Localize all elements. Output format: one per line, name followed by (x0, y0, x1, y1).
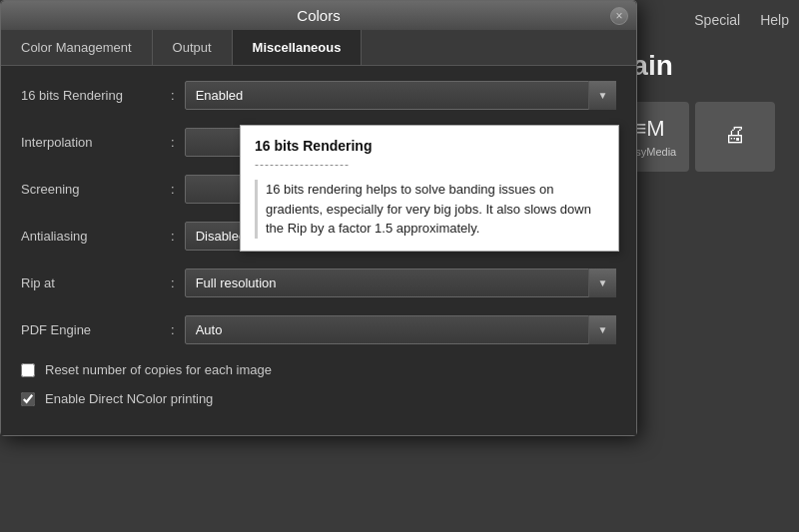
menu-special[interactable]: Special (694, 12, 740, 28)
checkbox-ncolor[interactable] (21, 392, 35, 406)
field-row-ripat: Rip at : Full resolution ▼ (21, 268, 616, 297)
label-16bits: 16 bits Rendering (21, 88, 171, 103)
colon-16bits: : (171, 88, 175, 103)
colon-interpolation: : (171, 135, 175, 150)
colon-antialiasing: : (171, 229, 175, 244)
select-ripat[interactable]: Full resolution (185, 268, 616, 297)
dialog-titlebar: Colors × (1, 1, 636, 30)
select-pdfengine[interactable]: Auto (185, 315, 616, 344)
menu-help[interactable]: Help (760, 12, 789, 28)
checkbox-ncolor-label: Enable Direct NColor printing (45, 391, 213, 406)
colon-screening: : (171, 182, 175, 197)
tab-color-management[interactable]: Color Management (1, 30, 153, 65)
print-icon: 🖨 (724, 122, 746, 148)
label-screening: Screening (21, 182, 171, 197)
tooltip-divider: ------------------- (255, 158, 604, 172)
select-wrapper-ripat: Full resolution ▼ (185, 268, 616, 297)
tooltip: 16 bits Rendering ------------------- 16… (240, 125, 619, 252)
label-interpolation: Interpolation (21, 135, 171, 150)
select-wrapper-16bits: Enabled Disabled ▼ (185, 81, 616, 110)
colon-ripat: : (171, 275, 175, 290)
label-pdfengine: PDF Engine (21, 322, 171, 337)
tooltip-body: 16 bits rendering helps to solve banding… (255, 180, 604, 239)
dialog-title: Colors (297, 7, 340, 24)
checkbox-row-reset: Reset number of copies for each image (21, 362, 616, 377)
field-row-16bits: 16 bits Rendering : Enabled Disabled ▼ (21, 81, 616, 110)
easymedia-icon: ≡M (633, 116, 664, 142)
tile-print[interactable]: 🖨 (695, 102, 775, 172)
label-ripat: Rip at (21, 275, 171, 290)
label-antialiasing: Antialiasing (21, 229, 171, 244)
colon-pdfengine: : (171, 322, 175, 337)
checkbox-reset-label: Reset number of copies for each image (45, 362, 272, 377)
checkbox-row-ncolor: Enable Direct NColor printing (21, 391, 616, 406)
select-wrapper-pdfengine: Auto ▼ (185, 315, 616, 344)
tab-bar: Color Management Output Miscellaneous (1, 30, 636, 66)
dialog-close-button[interactable]: × (610, 7, 628, 25)
tooltip-title: 16 bits Rendering (255, 138, 604, 154)
tab-output[interactable]: Output (153, 30, 233, 65)
checkbox-reset[interactable] (21, 363, 35, 377)
select-16bits[interactable]: Enabled Disabled (185, 81, 616, 110)
tab-miscellaneous[interactable]: Miscellaneous (233, 30, 363, 65)
field-row-pdfengine: PDF Engine : Auto ▼ (21, 315, 616, 344)
